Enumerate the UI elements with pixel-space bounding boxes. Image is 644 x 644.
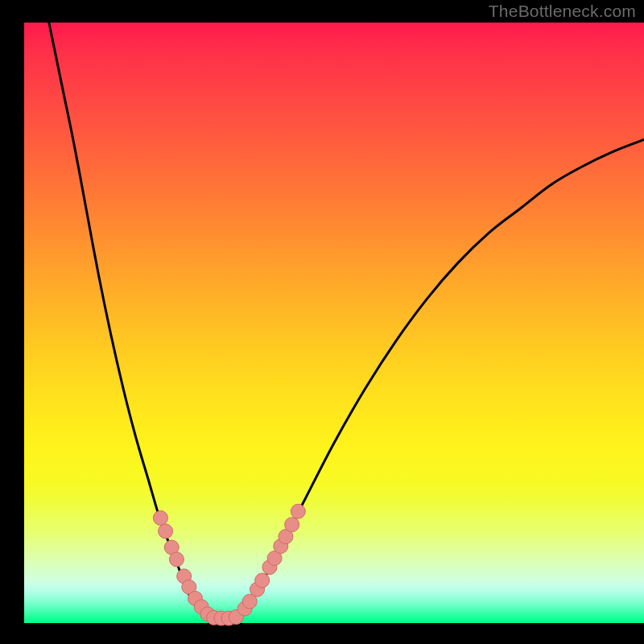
data-marker — [291, 504, 305, 518]
data-markers — [153, 504, 305, 625]
data-marker — [285, 518, 299, 532]
chart-stage: TheBottleneck.com — [0, 0, 644, 644]
data-marker — [169, 552, 184, 567]
data-marker — [159, 524, 173, 539]
bottleneck-curve — [49, 23, 644, 618]
chart-svg — [0, 0, 644, 644]
data-marker — [255, 573, 270, 588]
data-marker — [153, 510, 167, 525]
